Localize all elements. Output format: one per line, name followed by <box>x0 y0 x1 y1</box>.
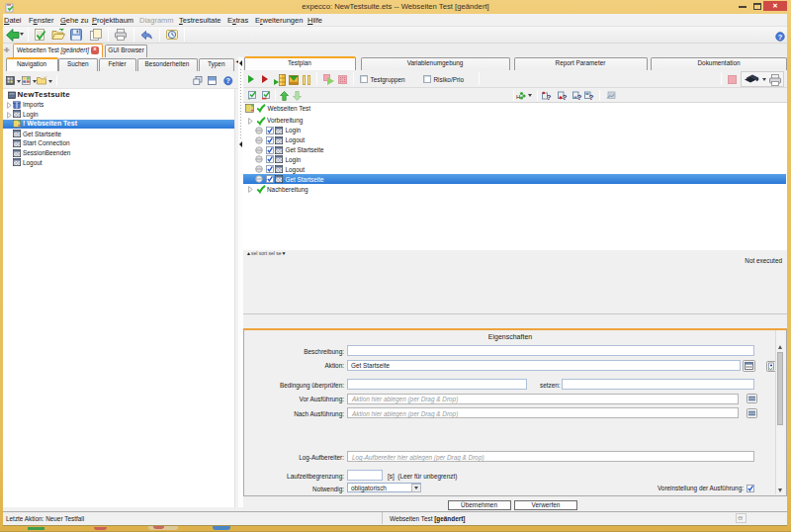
svg-text:?: ? <box>226 77 230 85</box>
svg-text:?: ? <box>589 93 594 102</box>
svg-text:H: H <box>516 94 520 100</box>
svg-text:?: ? <box>778 33 783 42</box>
svg-text:?: ? <box>577 93 582 102</box>
svg-text:?: ? <box>547 93 552 102</box>
svg-text:?: ? <box>562 93 567 102</box>
